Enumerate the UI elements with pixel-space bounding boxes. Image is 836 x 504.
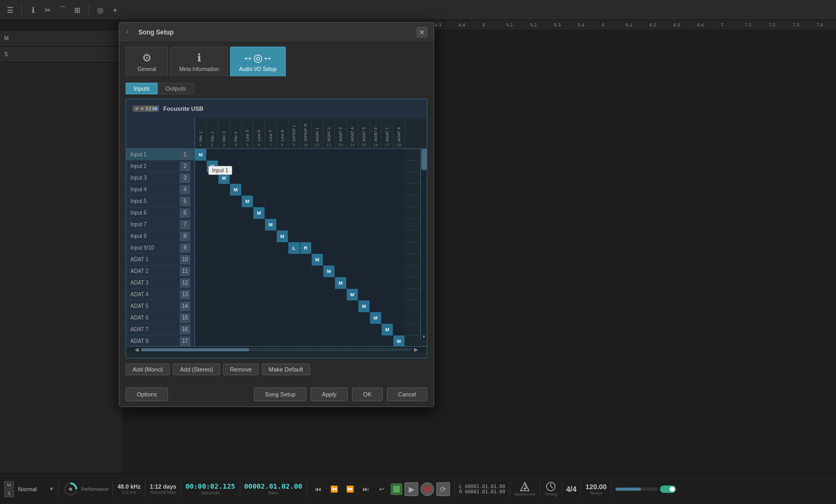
matrix-cell-15-14[interactable]: [358, 324, 370, 335]
matrix-cell-12-7[interactable]: [277, 289, 288, 300]
matrix-cell-0-8[interactable]: [288, 149, 300, 161]
matrix-cell-12-13[interactable]: M: [347, 289, 358, 300]
matrix-cell-0-10[interactable]: [312, 149, 323, 161]
matrix-cell-8-4[interactable]: [242, 242, 253, 254]
matrix-cell-15-13[interactable]: [347, 324, 358, 335]
dialog-close-button[interactable]: ✕: [417, 27, 427, 38]
matrix-cell-5-13[interactable]: [347, 207, 358, 219]
matrix-cell-15-8[interactable]: [288, 324, 300, 335]
matrix-cell-4-1[interactable]: [207, 196, 218, 207]
matrix-cell-14-6[interactable]: [265, 312, 277, 324]
matrix-cell-8-3[interactable]: [230, 242, 242, 254]
matrix-cell-14-17[interactable]: [393, 312, 405, 324]
matrix-cell-10-6[interactable]: [265, 266, 277, 277]
cancel-button[interactable]: Cancel: [387, 387, 427, 401]
matrix-cell-16-5[interactable]: [253, 335, 265, 346]
matrix-cell-0-14[interactable]: [358, 149, 370, 161]
matrix-cell-0-16[interactable]: [382, 149, 393, 161]
matrix-cell-13-13[interactable]: [347, 300, 358, 312]
matrix-cell-15-10[interactable]: [312, 324, 323, 335]
add-stereo-button[interactable]: Add (Stereo): [173, 364, 219, 375]
matrix-cell-11-17[interactable]: [393, 277, 405, 289]
matrix-cell-7-13[interactable]: [347, 231, 358, 242]
matrix-cell-11-0[interactable]: [195, 277, 207, 289]
matrix-cell-3-5[interactable]: [253, 184, 265, 196]
matrix-cell-16-10[interactable]: [312, 335, 323, 346]
matrix-cell-3-13[interactable]: [347, 184, 358, 196]
matrix-cell-12-10[interactable]: [312, 289, 323, 300]
matrix-cell-6-10[interactable]: [312, 219, 323, 231]
matrix-cell-0-11[interactable]: [323, 149, 335, 161]
matrix-cell-14-0[interactable]: [195, 312, 207, 324]
make-default-button[interactable]: Make Default: [262, 364, 310, 375]
matrix-cell-13-1[interactable]: [207, 300, 218, 312]
matrix-cell-2-15[interactable]: [370, 172, 382, 184]
matrix-cell-13-8[interactable]: [288, 300, 300, 312]
matrix-cell-1-17[interactable]: [393, 161, 405, 172]
scroll-down-arrow[interactable]: ▼: [421, 333, 427, 340]
matrix-cell-7-7[interactable]: M: [277, 231, 288, 242]
matrix-cell-6-11[interactable]: [323, 219, 335, 231]
matrix-cell-4-5[interactable]: [253, 196, 265, 207]
matrix-cell-16-14[interactable]: [358, 335, 370, 346]
matrix-cell-7-15[interactable]: [370, 231, 382, 242]
matrix-cell-0-12[interactable]: [335, 149, 347, 161]
matrix-cell-16-16[interactable]: [382, 335, 393, 346]
matrix-cell-2-11[interactable]: [323, 172, 335, 184]
h-scroll-left-arrow[interactable]: ◀: [135, 347, 139, 352]
matrix-cell-11-2[interactable]: [218, 277, 230, 289]
matrix-cell-6-6[interactable]: M: [265, 219, 277, 231]
matrix-cell-13-11[interactable]: [323, 300, 335, 312]
matrix-cell-13-10[interactable]: [312, 300, 323, 312]
matrix-cell-6-5[interactable]: [253, 219, 265, 231]
matrix-cell-4-16[interactable]: [382, 196, 393, 207]
matrix-cell-9-11[interactable]: [323, 254, 335, 266]
matrix-cell-6-17[interactable]: [393, 219, 405, 231]
matrix-cell-3-6[interactable]: [265, 184, 277, 196]
matrix-cell-15-17[interactable]: [393, 324, 405, 335]
matrix-cell-9-17[interactable]: [393, 254, 405, 266]
matrix-cell-10-13[interactable]: [347, 266, 358, 277]
matrix-cell-8-14[interactable]: [358, 242, 370, 254]
matrix-cell-10-11[interactable]: M: [323, 266, 335, 277]
matrix-cell-11-14[interactable]: [358, 277, 370, 289]
matrix-cell-15-2[interactable]: [218, 324, 230, 335]
matrix-cell-13-6[interactable]: [265, 300, 277, 312]
sub-tab-outputs[interactable]: Outputs: [157, 83, 194, 94]
matrix-cell-11-6[interactable]: [265, 277, 277, 289]
h-scroll-right-arrow[interactable]: ▶: [414, 347, 418, 352]
matrix-cell-12-5[interactable]: [253, 289, 265, 300]
matrix-cell-9-0[interactable]: [195, 254, 207, 266]
matrix-cell-11-9[interactable]: [300, 277, 312, 289]
matrix-cell-1-7[interactable]: [277, 161, 288, 172]
matrix-cell-7-2[interactable]: [218, 231, 230, 242]
matrix-cell-14-3[interactable]: [230, 312, 242, 324]
matrix-cell-8-9[interactable]: R: [300, 242, 312, 254]
matrix-cell-4-2[interactable]: [218, 196, 230, 207]
matrix-cell-8-13[interactable]: [347, 242, 358, 254]
matrix-cell-0-5[interactable]: [253, 149, 265, 161]
tab-meta-information[interactable]: ℹ Meta Information: [170, 47, 228, 76]
song-setup-footer-button[interactable]: Song Setup: [254, 387, 307, 401]
matrix-cell-5-9[interactable]: [300, 207, 312, 219]
matrix-cell-0-4[interactable]: [242, 149, 253, 161]
matrix-cell-7-16[interactable]: [382, 231, 393, 242]
remove-button[interactable]: Remove: [223, 364, 259, 375]
matrix-cell-11-5[interactable]: [253, 277, 265, 289]
normal-dropdown-arrow[interactable]: ▼: [49, 486, 54, 492]
matrix-cell-7-8[interactable]: [288, 231, 300, 242]
matrix-cell-7-3[interactable]: [230, 231, 242, 242]
matrix-cell-4-10[interactable]: [312, 196, 323, 207]
matrix-cell-9-12[interactable]: [335, 254, 347, 266]
matrix-cell-1-10[interactable]: [312, 161, 323, 172]
matrix-cell-10-5[interactable]: [253, 266, 265, 277]
matrix-cell-11-4[interactable]: [242, 277, 253, 289]
add-mono-button[interactable]: Add (Mono): [126, 364, 170, 375]
matrix-cell-6-4[interactable]: [242, 219, 253, 231]
matrix-cell-7-6[interactable]: [265, 231, 277, 242]
matrix-cell-6-9[interactable]: [300, 219, 312, 231]
matrix-cell-8-1[interactable]: [207, 242, 218, 254]
matrix-cell-12-9[interactable]: [300, 289, 312, 300]
matrix-cell-3-16[interactable]: [382, 184, 393, 196]
matrix-cell-3-3[interactable]: M: [230, 184, 242, 196]
